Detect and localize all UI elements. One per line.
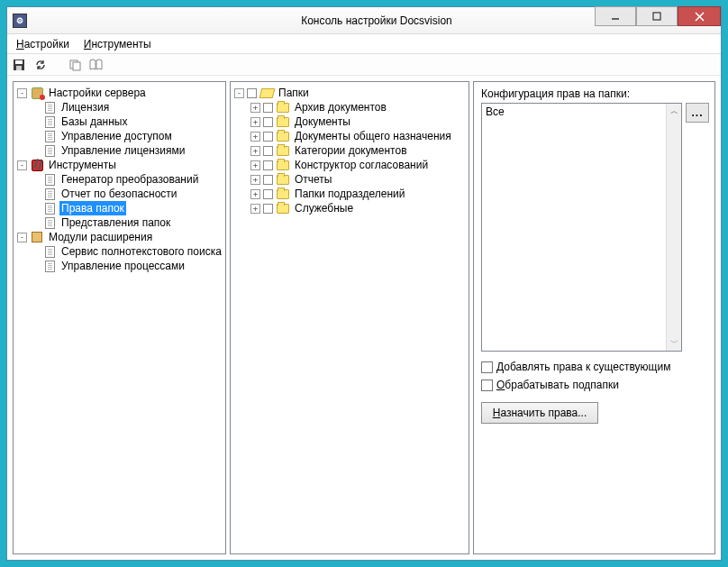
tree-label[interactable]: Управление процессами (59, 259, 187, 273)
assign-rights-button[interactable]: Назначить права... (481, 402, 598, 424)
nav-item[interactable]: Генератор преобразований (15, 172, 223, 187)
folder-item[interactable]: +Архив документов (232, 100, 467, 114)
expand-toggle[interactable]: + (250, 204, 260, 214)
folder-checkbox[interactable] (247, 88, 257, 98)
nav-modules[interactable]: -Модули расширения (15, 230, 223, 244)
app-icon: ⚙ (13, 14, 27, 28)
folder-root[interactable]: -Папки (232, 86, 467, 100)
folder-item[interactable]: +Служебные (232, 201, 467, 215)
nav-item[interactable]: Сервис полнотекстового поиска (15, 244, 223, 259)
tree-label[interactable]: Документы общего назначения (293, 129, 453, 143)
folder-checkbox[interactable] (263, 132, 273, 142)
tree-label[interactable]: Папки подразделений (293, 187, 406, 201)
titlebar: ⚙ Консоль настройки Docsvision (7, 7, 721, 34)
tree-label[interactable]: Архив документов (293, 100, 388, 114)
tree-label[interactable]: Папки (277, 86, 311, 100)
expand-toggle[interactable]: - (234, 88, 244, 98)
tree-label[interactable]: Настройки сервера (47, 86, 148, 100)
expand-toggle[interactable]: + (250, 132, 260, 142)
folder-icon (276, 130, 290, 142)
folder-item[interactable]: +Отчеты (232, 172, 467, 187)
folder-checkbox[interactable] (263, 146, 273, 156)
nav-item[interactable]: Отчет по безопасности (15, 187, 223, 201)
expand-toggle[interactable]: + (250, 146, 260, 156)
tree-label[interactable]: Управление доступом (59, 129, 174, 143)
checkbox-add-rights[interactable] (481, 361, 493, 373)
tree-label[interactable]: Базы данных (59, 114, 129, 129)
rights-listbox[interactable]: Все ︿ ﹀ (481, 103, 682, 352)
nav-item[interactable]: Управление доступом (15, 129, 223, 143)
server-icon (30, 87, 44, 99)
folder-item[interactable]: +Папки подразделений (232, 187, 467, 201)
tree-label[interactable]: Лицензия (59, 100, 111, 114)
expand-toggle[interactable]: - (17, 233, 27, 242)
nav-item[interactable]: Базы данных (15, 114, 223, 129)
tree-label[interactable]: Категории документов (293, 143, 409, 158)
browse-button[interactable]: ... (686, 103, 709, 123)
page-icon (42, 115, 57, 128)
tree-label[interactable]: Отчеты (293, 172, 333, 187)
save-icon[interactable] (11, 57, 27, 73)
tree-label[interactable]: Инструменты (47, 158, 118, 172)
expand-toggle[interactable]: - (17, 88, 27, 98)
expand-toggle[interactable]: + (250, 117, 260, 127)
copy-icon[interactable] (67, 57, 83, 73)
page-icon (42, 144, 57, 157)
scroll-down-icon[interactable]: ﹀ (667, 335, 681, 351)
scrollbar[interactable]: ︿ ﹀ (666, 104, 681, 351)
minimize-button[interactable] (595, 6, 636, 26)
nav-item[interactable]: Управление лицензиями (15, 143, 223, 158)
folder-item[interactable]: +Конструктор согласований (232, 158, 467, 172)
folder-icon (276, 202, 290, 215)
expand-toggle[interactable]: + (250, 189, 260, 199)
folder-icon (276, 115, 290, 128)
menu-settings[interactable]: Настройки (11, 36, 75, 52)
rights-list-item[interactable]: Все (486, 105, 505, 118)
tree-label[interactable]: Модули расширения (47, 230, 154, 244)
folder-checkbox[interactable] (263, 117, 273, 127)
nav-tools[interactable]: -Инструменты (15, 158, 223, 172)
tools-icon (30, 159, 44, 171)
tree-label[interactable]: Генератор преобразований (59, 172, 200, 187)
expand-toggle[interactable]: - (17, 160, 27, 170)
svg-rect-5 (15, 60, 23, 64)
checkbox-subfolders[interactable] (481, 380, 493, 391)
expand-toggle[interactable]: + (250, 175, 260, 185)
nav-item[interactable]: Управление процессами (15, 259, 223, 273)
expand-toggle[interactable]: + (250, 160, 260, 170)
tree-label[interactable]: Документы (293, 114, 352, 129)
page-icon (42, 130, 57, 142)
tree-label[interactable]: Управление лицензиями (59, 143, 187, 158)
tree-label[interactable]: Конструктор согласований (293, 158, 430, 172)
tree-label[interactable]: Сервис полнотекстового поиска (59, 244, 223, 259)
folder-checkbox[interactable] (263, 204, 273, 214)
folder-icon (276, 159, 290, 171)
toolbar (7, 54, 721, 76)
page-icon (42, 173, 57, 186)
checkbox-subfolders-label: Обрабатывать подпапки (496, 379, 619, 391)
close-button[interactable] (678, 6, 721, 26)
folder-checkbox[interactable] (263, 160, 273, 170)
nav-item[interactable]: Лицензия (15, 100, 223, 114)
maximize-button[interactable] (636, 6, 678, 26)
book-icon[interactable] (88, 57, 105, 73)
tree-label[interactable]: Представления папок (59, 215, 172, 230)
tree-label[interactable]: Права папок (59, 201, 126, 215)
folder-checkbox[interactable] (263, 175, 273, 185)
nav-item[interactable]: Права папок (15, 201, 223, 215)
menu-tools[interactable]: Инструменты (78, 36, 157, 52)
nav-item[interactable]: Представления папок (15, 215, 223, 230)
scroll-up-icon[interactable]: ︿ (667, 104, 681, 119)
folder-item[interactable]: +Документы общего назначения (232, 129, 467, 143)
tree-label[interactable]: Служебные (293, 201, 355, 215)
folder-checkbox[interactable] (263, 189, 273, 199)
folder-item[interactable]: +Документы (232, 114, 467, 129)
refresh-icon[interactable] (32, 57, 49, 73)
nav-server-settings[interactable]: -Настройки сервера (15, 86, 223, 100)
folder-item[interactable]: +Категории документов (232, 143, 467, 158)
expand-toggle[interactable]: + (250, 103, 260, 113)
tree-label[interactable]: Отчет по безопасности (59, 187, 179, 201)
folder-checkbox[interactable] (263, 103, 273, 113)
svg-rect-1 (653, 13, 660, 20)
page-icon (42, 260, 57, 272)
